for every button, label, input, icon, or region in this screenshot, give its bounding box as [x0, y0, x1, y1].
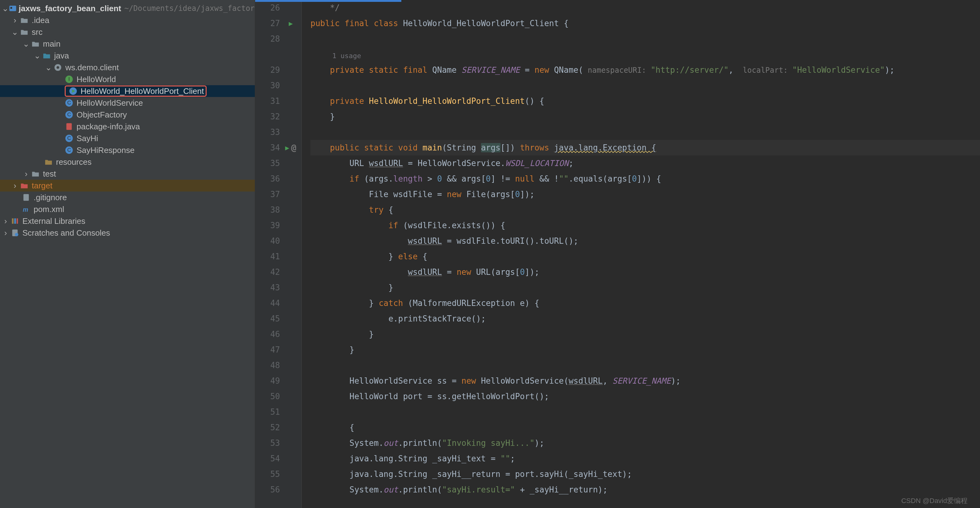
- file-helloworldservice[interactable]: C HelloWorldService: [0, 97, 255, 109]
- run-gutter-icon[interactable]: ▶: [285, 144, 289, 152]
- line-number: 43: [255, 283, 280, 292]
- project-root[interactable]: jaxws_factory_bean_client ~/Documents/id…: [0, 3, 255, 14]
- project-tree[interactable]: jaxws_factory_bean_client ~/Documents/id…: [0, 0, 255, 508]
- line-number: 30: [255, 81, 280, 90]
- code-line: HelloWorldService ss = new HelloWorldSer…: [310, 373, 980, 389]
- code-line: {: [310, 420, 980, 435]
- scratches[interactable]: Scratches and Consoles: [0, 227, 255, 239]
- package-icon: [52, 64, 64, 71]
- source-folder-icon: [41, 52, 52, 60]
- line-number: 31: [255, 96, 280, 106]
- svg-point-3: [57, 66, 59, 69]
- code-line: private HelloWorld_HelloWorldPort_Client…: [310, 93, 980, 109]
- code-line: File wsdlFile = new File(args[0]);: [310, 187, 980, 202]
- external-libraries[interactable]: External Libraries: [0, 215, 255, 227]
- resource-folder-icon: [43, 158, 54, 166]
- code-line: [310, 357, 980, 373]
- folder-label: java: [54, 51, 69, 60]
- code-line: }: [310, 342, 980, 357]
- usage-hint[interactable]: 1 usage: [310, 47, 980, 62]
- java-file-icon: [64, 122, 75, 130]
- file-gitignore[interactable]: .gitignore: [0, 192, 255, 203]
- chevron-right-icon[interactable]: [11, 181, 19, 190]
- chevron-right-icon[interactable]: [22, 169, 30, 179]
- svg-text:I: I: [68, 76, 70, 82]
- chevron-down-icon[interactable]: [33, 51, 41, 60]
- code-line: [310, 124, 980, 140]
- file-selected[interactable]: HelloWorld_HelloWorldPort_Client: [0, 85, 255, 97]
- package-node[interactable]: ws.demo.client: [0, 62, 255, 73]
- chevron-down-icon[interactable]: [22, 39, 30, 49]
- folder-resources[interactable]: resources: [0, 156, 255, 168]
- run-gutter-icon[interactable]: ▶: [289, 20, 293, 27]
- file-sayhi[interactable]: C SayHi: [0, 132, 255, 144]
- chevron-right-icon[interactable]: [11, 16, 19, 25]
- project-path: ~/Documents/idea/jaxws_factory...: [124, 4, 273, 13]
- folder-target[interactable]: target: [0, 180, 255, 192]
- code-line: e.printStackTrace();: [310, 311, 980, 327]
- code-line: wsdlURL = new URL(args[0]);: [310, 264, 980, 280]
- folder-label: test: [43, 169, 56, 179]
- svg-point-23: [15, 233, 18, 236]
- svg-rect-20: [14, 218, 16, 224]
- class-icon: C: [64, 146, 75, 154]
- file-packageinfo[interactable]: package-info.java: [0, 121, 255, 132]
- folder-icon: [19, 28, 30, 36]
- code-line: HelloWorld port = ss.getHelloWorldPort()…: [310, 389, 980, 404]
- line-number: 53: [255, 438, 280, 448]
- maven-icon: m: [21, 205, 32, 213]
- folder-label: resources: [56, 157, 91, 167]
- code-editor[interactable]: 26 27▶ 28 29 30 31 32 33 34▶@ 35 36 37 3…: [255, 0, 980, 508]
- code-line: private static final QName SERVICE_NAME …: [310, 62, 980, 78]
- file-objectfactory[interactable]: C ObjectFactory: [0, 109, 255, 121]
- gitignore-icon: [21, 194, 32, 202]
- node-label: Scratches and Consoles: [22, 228, 110, 238]
- library-icon: [10, 217, 21, 225]
- chevron-right-icon[interactable]: [2, 228, 10, 238]
- line-number: 39: [255, 221, 280, 230]
- svg-text:m: m: [23, 206, 28, 213]
- chevron-down-icon[interactable]: [45, 63, 52, 73]
- svg-text:C: C: [67, 112, 71, 117]
- file-label: package-info.java: [76, 122, 140, 132]
- file-label: pom.xml: [33, 205, 64, 214]
- folder-label: target: [32, 181, 52, 190]
- chevron-down-icon[interactable]: [11, 27, 19, 37]
- override-gutter-icon[interactable]: @: [291, 143, 296, 153]
- package-label: ws.demo.client: [65, 63, 119, 73]
- editor-gutter[interactable]: 26 27▶ 28 29 30 31 32 33 34▶@ 35 36 37 3…: [255, 0, 302, 508]
- code-line: public static void main(String args[]) t…: [310, 140, 980, 156]
- svg-text:C: C: [67, 135, 71, 141]
- scratch-icon: [10, 229, 21, 237]
- folder-idea[interactable]: .idea: [0, 14, 255, 26]
- svg-text:C: C: [67, 100, 71, 105]
- line-number: 49: [255, 376, 280, 386]
- chevron-right-icon[interactable]: [2, 216, 10, 226]
- chevron-down-icon[interactable]: [2, 4, 9, 13]
- code-line: java.lang.String _sayHi__return = port.s…: [310, 466, 980, 482]
- code-line: if (wsdlFile.exists()) {: [310, 217, 980, 233]
- project-name: jaxws_factory_bean_client: [19, 4, 121, 13]
- class-icon: C: [64, 134, 75, 142]
- folder-src[interactable]: src: [0, 26, 255, 38]
- file-pom[interactable]: m pom.xml: [0, 203, 255, 215]
- code-area[interactable]: */ public final class HelloWorld_HelloWo…: [302, 0, 980, 508]
- code-line: }: [310, 327, 980, 342]
- line-number: 52: [255, 423, 280, 432]
- folder-test[interactable]: test: [0, 168, 255, 180]
- folder-main[interactable]: main: [0, 38, 255, 50]
- line-number: 55: [255, 470, 280, 479]
- file-helloworld[interactable]: I HelloWorld: [0, 73, 255, 85]
- line-number: 47: [255, 345, 280, 354]
- file-sayhiresponse[interactable]: C SayHiResponse: [0, 144, 255, 156]
- line-number: 41: [255, 252, 280, 261]
- excluded-folder-icon: [19, 181, 30, 190]
- folder-java[interactable]: java: [0, 50, 255, 62]
- svg-text:C: C: [67, 147, 71, 152]
- code-line: java.lang.String _sayHi_text = "";: [310, 451, 980, 466]
- code-line: }: [310, 280, 980, 295]
- module-icon: [9, 4, 17, 13]
- code-line: wsdlURL = wsdlFile.toURI().toURL();: [310, 233, 980, 249]
- file-label: SayHiResponse: [76, 146, 134, 155]
- watermark: CSDN @David爱编程: [901, 496, 967, 505]
